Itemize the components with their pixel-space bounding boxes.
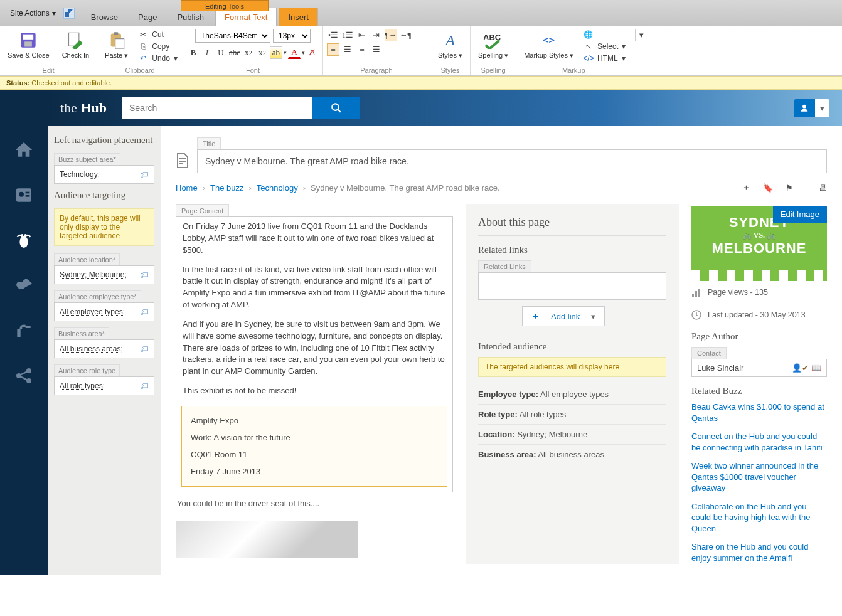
buzz-link[interactable]: Share on the Hub and you could enjoy sum…	[691, 541, 827, 563]
content-image-placeholder[interactable]	[176, 521, 358, 558]
buzz-link[interactable]: Connect on the Hub and you could be conn…	[691, 431, 827, 453]
select-button[interactable]: ↖Select ▾	[582, 41, 627, 52]
breadcrumb-buzz[interactable]: The buzz	[210, 183, 243, 193]
strikethrough-button[interactable]: abc	[228, 46, 241, 59]
search-input[interactable]	[122, 97, 312, 119]
left-nav-panel: Left navigation placement Buzz subject a…	[48, 126, 161, 575]
content-paragraph[interactable]: In the first race it of its kind, via li…	[176, 260, 452, 315]
tag-icon: 🏷	[140, 270, 149, 280]
print-icon[interactable]: 🖶	[819, 183, 827, 193]
hub-logo[interactable]: the Hub	[60, 100, 107, 116]
home-icon[interactable]	[14, 140, 34, 160]
ltr-button[interactable]: ¶→	[385, 29, 397, 41]
superscript-button[interactable]: x2	[256, 46, 269, 59]
breadcrumb-home[interactable]: Home	[176, 183, 198, 193]
content-paragraph[interactable]: This exhibit is not to be missed!	[176, 381, 452, 401]
buzz-icon[interactable]	[14, 230, 34, 250]
bold-button[interactable]: B	[187, 46, 200, 59]
clear-format-button[interactable]: A̸	[306, 46, 319, 59]
italic-button[interactable]: I	[201, 46, 213, 59]
svg-point-12	[19, 236, 28, 248]
content-paragraph[interactable]: On Friday 7 June 2013 live from CQ01 Roo…	[176, 217, 452, 260]
edit-image-button[interactable]: Edit Image	[773, 206, 827, 223]
search-button[interactable]	[312, 97, 360, 119]
subject-area-field[interactable]: Technology;🏷	[54, 165, 154, 184]
role-type-field[interactable]: All role types;🏷	[54, 376, 154, 395]
buzz-link[interactable]: Week two winner announced in the Qantas …	[691, 460, 827, 494]
right-sidebar: Edit Image SYDNEY 🚲 VS. 🚲 MELBOURNE Page…	[691, 204, 827, 564]
content-paragraph[interactable]: You could be in the driver seat of this.…	[176, 492, 453, 514]
font-family-select[interactable]: TheSans-B4SemiL	[195, 29, 270, 43]
hub-header: the Hub ▾	[48, 90, 842, 126]
styles-button[interactable]: A Styles ▾	[434, 29, 466, 61]
tab-browse[interactable]: Browse	[82, 8, 127, 26]
navigate-up-icon[interactable]	[63, 8, 75, 19]
underline-button[interactable]: U	[215, 46, 227, 59]
related-links-label: Related Links	[478, 260, 531, 272]
align-left-button[interactable]: ≡	[327, 43, 339, 56]
tab-insert[interactable]: Insert	[279, 8, 318, 26]
user-menu[interactable]: ▾	[794, 99, 829, 117]
business-area-field[interactable]: All business areas;🏷	[54, 339, 154, 358]
svg-rect-6	[115, 39, 124, 49]
audience-role-type: Role type: All role types	[478, 405, 666, 425]
check-in-button[interactable]: Check In	[58, 29, 93, 61]
tab-page[interactable]: Page	[129, 8, 166, 26]
group-clipboard-label: Clipboard	[125, 65, 154, 74]
align-center-button[interactable]: ☰	[341, 43, 354, 56]
html-button[interactable]: </>HTML ▾	[582, 53, 627, 64]
breadcrumb-tech[interactable]: Technology	[257, 183, 298, 193]
intended-audience-heading: Intended audience	[478, 341, 666, 352]
align-justify-button[interactable]: ☰	[370, 43, 383, 56]
audience-default-note: By default, this page will only display …	[54, 208, 154, 246]
rtl-button[interactable]: ←¶	[399, 29, 412, 41]
location-field[interactable]: Sydney; Melbourne;🏷	[54, 265, 154, 284]
browse-icon[interactable]: 📖	[811, 363, 821, 373]
add-link-button[interactable]: ＋Add link▾	[522, 306, 605, 326]
svg-rect-5	[114, 32, 118, 35]
buzz-link[interactable]: Collaborate on the Hub and you could be …	[691, 501, 827, 534]
markup-styles-button[interactable]: <> Markup Styles ▾	[520, 29, 577, 64]
language-button[interactable]: 🌐	[582, 29, 627, 40]
tools-icon[interactable]	[14, 321, 34, 341]
ribbon-collapse-button[interactable]: ▾	[635, 29, 647, 41]
spelling-button[interactable]: ABC Spelling ▾	[474, 29, 512, 61]
align-right-button[interactable]: ≡	[356, 43, 368, 56]
save-icon	[18, 30, 38, 50]
cut-button[interactable]: ✂Cut	[137, 29, 179, 40]
page-title-input[interactable]	[197, 149, 827, 173]
bullet-list-button[interactable]: •☰	[327, 29, 339, 41]
related-links-heading: Related links	[478, 245, 666, 255]
spelling-icon: ABC	[483, 30, 503, 50]
check-in-icon	[65, 30, 85, 50]
audience-business-area: Business area: All business areas	[478, 445, 666, 464]
copy-button[interactable]: ⎘Copy	[137, 41, 179, 52]
employee-type-field[interactable]: All employee types;🏷	[54, 302, 154, 321]
font-color-button[interactable]: A	[288, 46, 301, 59]
page-content-editor[interactable]: On Friday 7 June 2013 live from CQ01 Roo…	[176, 216, 453, 492]
buzz-link[interactable]: Beau Cavka wins $1,000 to spend at Qanta…	[691, 401, 827, 423]
outdent-button[interactable]: ⇤	[356, 29, 368, 41]
contact-field[interactable]: Luke Sinclair 👤✔ 📖	[691, 359, 827, 377]
site-actions-menu[interactable]: Site Actions ▾	[5, 5, 61, 21]
indent-button[interactable]: ⇥	[370, 29, 383, 41]
undo-button[interactable]: ↶Undo ▾	[137, 53, 179, 64]
location-label: Audience location*	[54, 253, 120, 265]
highlight-button[interactable]: ab	[270, 46, 282, 59]
contacts-icon[interactable]	[14, 185, 34, 205]
subscript-button[interactable]: x2	[242, 46, 255, 59]
check-name-icon[interactable]: 👤✔	[792, 363, 809, 373]
share-icon[interactable]	[14, 366, 34, 386]
flag-icon[interactable]: ⚑	[786, 183, 793, 193]
save-and-close-button[interactable]: Save & Close	[4, 29, 53, 61]
undo-icon: ↶	[138, 53, 148, 63]
content-callout[interactable]: Amplify Expo Work: A vision for the futu…	[181, 406, 447, 487]
number-list-button[interactable]: 1☰	[341, 29, 354, 41]
paste-button[interactable]: Paste ▾	[101, 29, 132, 64]
bookmark-icon[interactable]: 🔖	[763, 183, 773, 193]
add-icon[interactable]: ＋	[742, 182, 750, 193]
content-paragraph[interactable]: And if you are in Sydney, be sure to vis…	[176, 315, 452, 381]
mail-icon[interactable]	[14, 275, 34, 295]
font-size-select[interactable]: 13px	[273, 29, 311, 43]
related-links-field[interactable]	[478, 272, 666, 300]
